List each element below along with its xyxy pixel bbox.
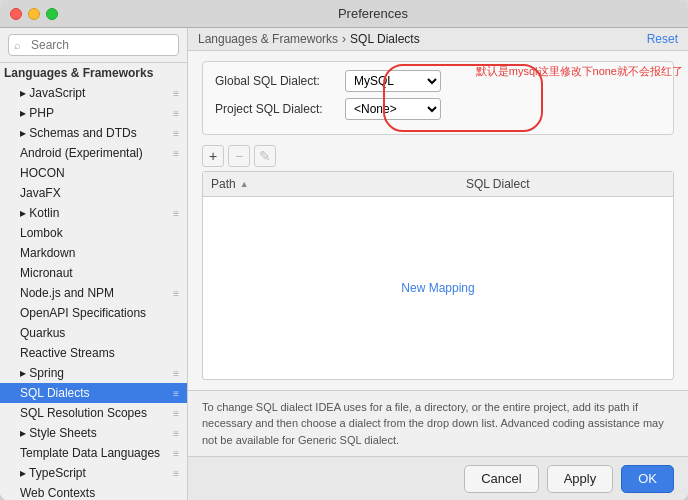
js-label: ▸ JavaScript <box>20 86 85 100</box>
table-toolbar: + − ✎ <box>202 145 674 167</box>
window-title: Preferences <box>68 6 678 21</box>
annotation-text: 默认是mysql这里修改下none就不会报红了 <box>476 64 683 79</box>
spring-icon: ≡ <box>173 368 179 379</box>
micronaut-label: Micronaut <box>20 266 73 280</box>
sidebar-item-sql-resolution[interactable]: SQL Resolution Scopes ≡ <box>0 403 187 423</box>
sidebar-item-kotlin[interactable]: ▸ Kotlin ≡ <box>0 203 187 223</box>
reset-button[interactable]: Reset <box>647 32 678 46</box>
breadcrumb-current: SQL Dialects <box>350 32 420 46</box>
remove-mapping-button[interactable]: − <box>228 145 250 167</box>
minimize-button[interactable] <box>28 8 40 20</box>
php-icon: ≡ <box>173 108 179 119</box>
lombok-label: Lombok <box>20 226 63 240</box>
template-label: Template Data Languages <box>20 446 160 460</box>
sidebar-item-hocon[interactable]: HOCON <box>0 163 187 183</box>
sidebar-item-javafx[interactable]: JavaFX <box>0 183 187 203</box>
sql-dialect-label: SQL Dialect <box>466 177 530 191</box>
sidebar-header-languages-frameworks[interactable]: Languages & Frameworks <box>0 63 187 83</box>
reactive-label: Reactive Streams <box>20 346 115 360</box>
typescript-icon: ≡ <box>173 468 179 479</box>
sidebar-item-template[interactable]: Template Data Languages ≡ <box>0 443 187 463</box>
sql-dialect-column-header[interactable]: SQL Dialect <box>458 175 673 193</box>
breadcrumb: Languages & Frameworks › SQL Dialects <box>198 32 420 46</box>
nodejs-label: Node.js and NPM <box>20 286 114 300</box>
sidebar-item-spring[interactable]: ▸ Spring ≡ <box>0 363 187 383</box>
sidebar-item-nodejs[interactable]: Node.js and NPM ≡ <box>0 283 187 303</box>
sidebar-item-lombok[interactable]: Lombok <box>0 223 187 243</box>
sidebar-item-schemas[interactable]: ▸ Schemas and DTDs ≡ <box>0 123 187 143</box>
bottom-bar: Cancel Apply OK <box>188 456 688 500</box>
sort-icon: ▲ <box>240 179 249 189</box>
dialect-table: Path ▲ SQL Dialect New Mapping <box>202 171 674 380</box>
hocon-label: HOCON <box>20 166 65 180</box>
table-body: New Mapping <box>203 197 673 379</box>
sidebar-item-web-contexts[interactable]: Web Contexts <box>0 483 187 500</box>
maximize-button[interactable] <box>46 8 58 20</box>
sql-dialects-label: SQL Dialects <box>20 386 90 400</box>
sidebar-item-typescript[interactable]: ▸ TypeScript ≡ <box>0 463 187 483</box>
sidebar-item-android[interactable]: Android (Experimental) ≡ <box>0 143 187 163</box>
titlebar: Preferences <box>0 0 688 28</box>
kotlin-icon: ≡ <box>173 208 179 219</box>
sidebar-list: Languages & Frameworks ▸ JavaScript ≡ ▸ … <box>0 63 187 500</box>
global-dialect-label: Global SQL Dialect: <box>215 74 345 88</box>
apply-button[interactable]: Apply <box>547 465 614 493</box>
add-mapping-button[interactable]: + <box>202 145 224 167</box>
sidebar-item-quarkus[interactable]: Quarkus <box>0 323 187 343</box>
search-wrap: ⌕ <box>8 34 179 56</box>
main-content: ⌕ Languages & Frameworks ▸ JavaScript ≡ … <box>0 28 688 500</box>
project-dialect-select[interactable]: <None> MySQL Generic PostgreSQL <box>345 98 441 120</box>
sidebar: ⌕ Languages & Frameworks ▸ JavaScript ≡ … <box>0 28 188 500</box>
quarkus-label: Quarkus <box>20 326 65 340</box>
style-sheets-icon: ≡ <box>173 428 179 439</box>
sidebar-item-markdown[interactable]: Markdown <box>0 243 187 263</box>
javafx-label: JavaFX <box>20 186 61 200</box>
php-label: ▸ PHP <box>20 106 54 120</box>
traffic-lights <box>10 8 58 20</box>
breadcrumb-parent: Languages & Frameworks <box>198 32 338 46</box>
openapi-label: OpenAPI Specifications <box>20 306 146 320</box>
schemas-label: ▸ Schemas and DTDs <box>20 126 137 140</box>
preferences-window: Preferences ⌕ Languages & Frameworks ▸ J… <box>0 0 688 500</box>
edit-mapping-button[interactable]: ✎ <box>254 145 276 167</box>
sidebar-item-micronaut[interactable]: Micronaut <box>0 263 187 283</box>
right-panel: Languages & Frameworks › SQL Dialects Re… <box>188 28 688 500</box>
spring-label: ▸ Spring <box>20 366 64 380</box>
nodejs-icon: ≡ <box>173 288 179 299</box>
panel-header: Languages & Frameworks › SQL Dialects Re… <box>188 28 688 51</box>
footer-note: To change SQL dialect IDEA uses for a fi… <box>188 390 688 457</box>
sidebar-item-sql-dialects[interactable]: SQL Dialects ≡ <box>0 383 187 403</box>
project-dialect-row: Project SQL Dialect: <None> MySQL Generi… <box>215 98 661 120</box>
path-label: Path <box>211 177 236 191</box>
dialect-settings: Global SQL Dialect: MySQL <None> Generic… <box>202 61 674 135</box>
sidebar-item-openapi[interactable]: OpenAPI Specifications <box>0 303 187 323</box>
kotlin-label: ▸ Kotlin <box>20 206 59 220</box>
markdown-label: Markdown <box>20 246 75 260</box>
web-contexts-label: Web Contexts <box>20 486 95 500</box>
js-icon: ≡ <box>173 88 179 99</box>
project-dialect-label: Project SQL Dialect: <box>215 102 345 116</box>
schemas-icon: ≡ <box>173 128 179 139</box>
search-bar: ⌕ <box>0 28 187 63</box>
android-label: Android (Experimental) <box>20 146 143 160</box>
android-icon: ≡ <box>173 148 179 159</box>
breadcrumb-separator: › <box>342 32 346 46</box>
sidebar-item-php[interactable]: ▸ PHP ≡ <box>0 103 187 123</box>
global-dialect-select[interactable]: MySQL <None> Generic PostgreSQL SQLite <box>345 70 441 92</box>
template-icon: ≡ <box>173 448 179 459</box>
typescript-label: ▸ TypeScript <box>20 466 86 480</box>
sidebar-item-javascript[interactable]: ▸ JavaScript ≡ <box>0 83 187 103</box>
languages-frameworks-label: Languages & Frameworks <box>4 66 153 80</box>
sql-resolution-icon: ≡ <box>173 408 179 419</box>
sidebar-item-style-sheets[interactable]: ▸ Style Sheets ≡ <box>0 423 187 443</box>
sql-resolution-label: SQL Resolution Scopes <box>20 406 147 420</box>
search-input[interactable] <box>8 34 179 56</box>
style-sheets-label: ▸ Style Sheets <box>20 426 97 440</box>
ok-button[interactable]: OK <box>621 465 674 493</box>
sidebar-item-reactive[interactable]: Reactive Streams <box>0 343 187 363</box>
table-header: Path ▲ SQL Dialect <box>203 172 673 197</box>
cancel-button[interactable]: Cancel <box>464 465 538 493</box>
path-column-header[interactable]: Path ▲ <box>203 175 458 193</box>
new-mapping-link[interactable]: New Mapping <box>401 281 474 295</box>
close-button[interactable] <box>10 8 22 20</box>
